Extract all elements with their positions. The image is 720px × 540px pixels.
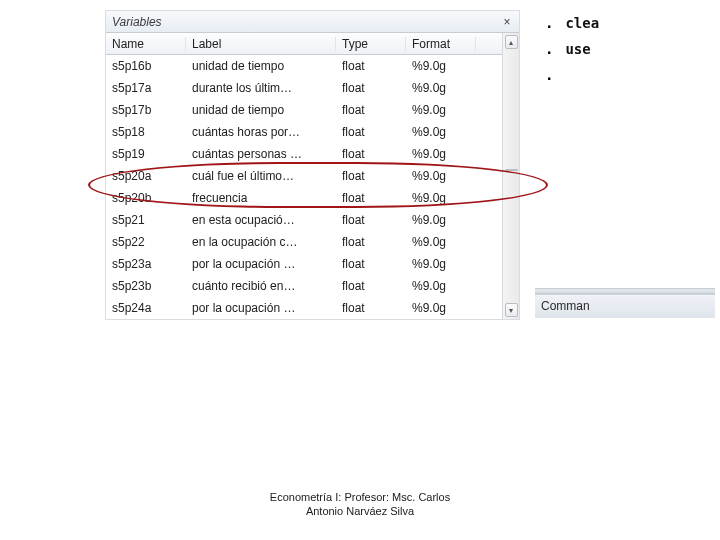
table-row[interactable]: s5p24a por la ocupación … float %9.0g	[106, 297, 502, 319]
cell-name: s5p19	[106, 147, 186, 161]
cell-name: s5p17a	[106, 81, 186, 95]
cell-type: float	[336, 257, 406, 271]
cell-type: float	[336, 125, 406, 139]
col-type[interactable]: Type	[336, 37, 406, 51]
cell-format: %9.0g	[406, 59, 476, 73]
history-list: clea use	[535, 10, 715, 88]
cell-label: unidad de tiempo	[186, 59, 336, 73]
cell-format: %9.0g	[406, 279, 476, 293]
history-item[interactable]: use	[545, 36, 715, 62]
footer-line-2: Antonio Narváez Silva	[0, 504, 720, 518]
cell-label: cuántas personas …	[186, 147, 336, 161]
variables-title-text: Variables	[112, 15, 162, 29]
table-row[interactable]: s5p22 en la ocupación c… float %9.0g	[106, 231, 502, 253]
cell-label: durante los últim…	[186, 81, 336, 95]
variables-table: Name Label Type Format s5p16b unidad de …	[106, 33, 502, 319]
cell-name: s5p24a	[106, 301, 186, 315]
cell-format: %9.0g	[406, 125, 476, 139]
cell-label: en esta ocupació…	[186, 213, 336, 227]
variables-panel: Variables × Name Label Type Format s5p16…	[105, 10, 520, 320]
scroll-down-icon[interactable]: ▾	[505, 303, 518, 317]
table-row[interactable]: s5p18 cuántas horas por… float %9.0g	[106, 121, 502, 143]
cell-label: cuál fue el último…	[186, 169, 336, 183]
table-row[interactable]: s5p17b unidad de tiempo float %9.0g	[106, 99, 502, 121]
command-label: Comman	[541, 299, 590, 313]
scroll-up-icon[interactable]: ▴	[505, 35, 518, 49]
cell-name: s5p16b	[106, 59, 186, 73]
cell-format: %9.0g	[406, 169, 476, 183]
scroll-track[interactable]	[505, 49, 518, 303]
cell-type: float	[336, 147, 406, 161]
close-icon[interactable]: ×	[499, 14, 515, 30]
cell-label: unidad de tiempo	[186, 103, 336, 117]
history-item[interactable]: clea	[545, 10, 715, 36]
right-panel: clea use Comman	[535, 10, 715, 318]
table-row[interactable]: s5p17a durante los últim… float %9.0g	[106, 77, 502, 99]
cell-type: float	[336, 169, 406, 183]
cell-name: s5p23b	[106, 279, 186, 293]
table-row[interactable]: s5p21 en esta ocupació… float %9.0g	[106, 209, 502, 231]
table-row[interactable]: s5p20b frecuencia float %9.0g	[106, 187, 502, 209]
variables-titlebar[interactable]: Variables ×	[106, 11, 519, 33]
footer-line-1: Econometría I: Profesor: Msc. Carlos	[0, 490, 720, 504]
cell-label: cuánto recibió en…	[186, 279, 336, 293]
slide-footer: Econometría I: Profesor: Msc. Carlos Ant…	[0, 490, 720, 518]
cell-type: float	[336, 279, 406, 293]
scroll-thumb[interactable]	[505, 169, 518, 171]
table-row[interactable]: s5p23b cuánto recibió en… float %9.0g	[106, 275, 502, 297]
cell-type: float	[336, 191, 406, 205]
cell-label: en la ocupación c…	[186, 235, 336, 249]
table-row[interactable]: s5p19 cuántas personas … float %9.0g	[106, 143, 502, 165]
table-row[interactable]: s5p16b unidad de tiempo float %9.0g	[106, 55, 502, 77]
cell-name: s5p17b	[106, 103, 186, 117]
cell-label: por la ocupación …	[186, 301, 336, 315]
table-row[interactable]: s5p20a cuál fue el último… float %9.0g	[106, 165, 502, 187]
cell-name: s5p20a	[106, 169, 186, 183]
variables-header-row[interactable]: Name Label Type Format	[106, 33, 502, 55]
cell-name: s5p23a	[106, 257, 186, 271]
command-bar[interactable]: Comman	[535, 294, 715, 318]
cell-type: float	[336, 59, 406, 73]
cell-format: %9.0g	[406, 235, 476, 249]
cell-type: float	[336, 213, 406, 227]
cell-format: %9.0g	[406, 147, 476, 161]
cell-label: cuántas horas por…	[186, 125, 336, 139]
cell-format: %9.0g	[406, 301, 476, 315]
cell-name: s5p18	[106, 125, 186, 139]
history-item[interactable]	[545, 62, 715, 88]
cell-format: %9.0g	[406, 191, 476, 205]
cell-type: float	[336, 301, 406, 315]
cell-format: %9.0g	[406, 257, 476, 271]
cell-format: %9.0g	[406, 103, 476, 117]
cell-type: float	[336, 235, 406, 249]
cell-label: por la ocupación …	[186, 257, 336, 271]
cell-type: float	[336, 81, 406, 95]
cell-name: s5p20b	[106, 191, 186, 205]
cell-label: frecuencia	[186, 191, 336, 205]
variables-scrollbar[interactable]: ▴ ▾	[502, 33, 519, 319]
cell-type: float	[336, 103, 406, 117]
cell-format: %9.0g	[406, 81, 476, 95]
col-format[interactable]: Format	[406, 37, 476, 51]
cell-name: s5p22	[106, 235, 186, 249]
cell-format: %9.0g	[406, 213, 476, 227]
cell-name: s5p21	[106, 213, 186, 227]
table-row[interactable]: s5p23a por la ocupación … float %9.0g	[106, 253, 502, 275]
col-label[interactable]: Label	[186, 37, 336, 51]
col-name[interactable]: Name	[106, 37, 186, 51]
